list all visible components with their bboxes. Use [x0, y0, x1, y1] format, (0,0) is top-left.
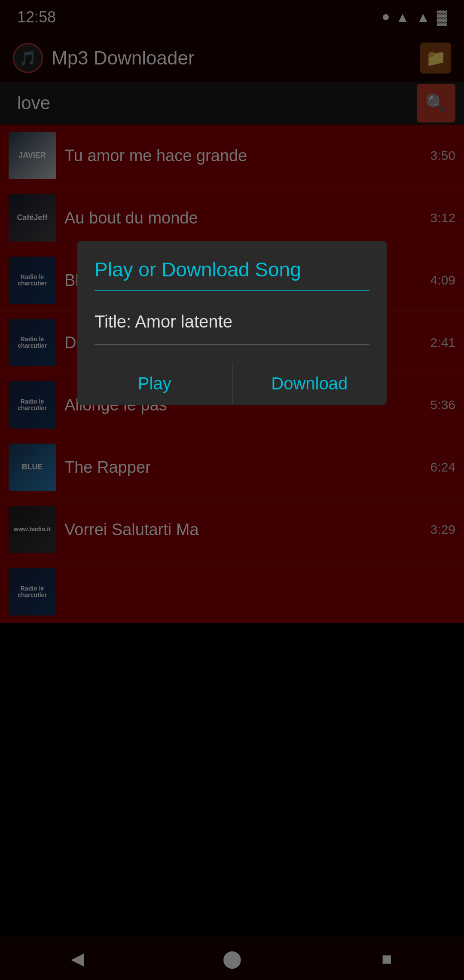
download-button[interactable]: Download — [232, 362, 387, 405]
dialog-title-divider — [95, 290, 369, 291]
dialog-actions-divider — [95, 344, 369, 345]
play-button[interactable]: Play — [77, 362, 232, 405]
dialog-body: Title: Amor latente — [77, 299, 387, 362]
dialog-overlay: Play or Download Song Title: Amor latent… — [0, 0, 464, 980]
dialog-song-title: Title: Amor latente — [95, 312, 232, 331]
dialog-header: Play or Download Song — [77, 241, 387, 299]
dialog-actions: Play Download — [77, 362, 387, 405]
dialog: Play or Download Song Title: Amor latent… — [77, 241, 387, 405]
dialog-title: Play or Download Song — [95, 258, 369, 281]
